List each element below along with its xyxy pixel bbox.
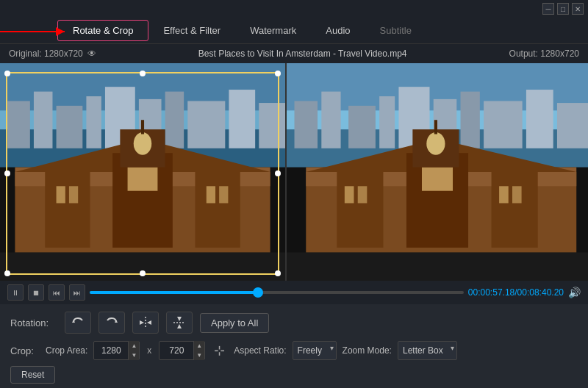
svg-rect-39 bbox=[461, 92, 480, 148]
current-time: 00:00:57.18 bbox=[468, 287, 514, 298]
svg-rect-35 bbox=[348, 106, 376, 148]
zoom-mode-dropdown[interactable]: Letter Box bbox=[398, 341, 457, 360]
video-info-bar: Original: 1280x720 👁 Best Places to Visi… bbox=[0, 44, 588, 63]
timeline-thumb[interactable] bbox=[253, 287, 263, 298]
svg-rect-57 bbox=[287, 252, 588, 281]
svg-rect-11 bbox=[165, 92, 184, 148]
tab-bar: Rotate & Crop Effect & Filter Watermark … bbox=[0, 18, 588, 44]
right-video-preview bbox=[287, 63, 588, 281]
svg-rect-34 bbox=[321, 92, 340, 148]
rotate-left-icon bbox=[71, 315, 85, 330]
output-resolution: Output: 1280x720 bbox=[509, 48, 579, 59]
timeline-track[interactable] bbox=[90, 291, 464, 294]
svg-rect-8 bbox=[86, 96, 101, 148]
crop-height-down[interactable]: ▼ bbox=[193, 351, 204, 360]
timeline-progress bbox=[90, 291, 258, 294]
crop-width-down[interactable]: ▼ bbox=[128, 351, 139, 360]
original-resolution: Original: 1280x720 bbox=[9, 48, 83, 59]
maximize-button[interactable]: □ bbox=[557, 3, 569, 15]
next-frame-button[interactable]: ⏭ bbox=[69, 284, 85, 301]
rotate-right-icon bbox=[104, 315, 119, 330]
right-video-panel bbox=[287, 63, 588, 281]
svg-rect-36 bbox=[379, 96, 395, 148]
svg-rect-56 bbox=[434, 120, 437, 134]
flip-horizontal-button[interactable] bbox=[132, 312, 159, 334]
svg-marker-61 bbox=[140, 320, 144, 325]
timeline-bar: ⏸ ⏹ ⏮ ⏭ 00:00:57.18/00:08:40.20 🔊 bbox=[0, 281, 588, 304]
flip-vertical-button[interactable] bbox=[166, 312, 193, 334]
rotation-row: Rotation: bbox=[10, 312, 578, 334]
video-section bbox=[0, 63, 588, 281]
preview-eye-icon[interactable]: 👁 bbox=[87, 48, 96, 59]
svg-rect-29 bbox=[0, 252, 285, 281]
flip-v-icon bbox=[172, 315, 187, 330]
stop-button[interactable]: ⏹ bbox=[28, 284, 44, 301]
crop-row: Crop: Crop Area: ▲ ▼ x ▲ ▼ ⊹ Aspect Rati… bbox=[10, 341, 578, 360]
flip-h-icon bbox=[138, 315, 153, 330]
prev-frame-button[interactable]: ⏮ bbox=[49, 284, 65, 301]
crop-height-input[interactable] bbox=[159, 345, 193, 356]
svg-rect-25 bbox=[219, 186, 228, 203]
svg-rect-40 bbox=[484, 101, 523, 148]
svg-rect-18 bbox=[45, 172, 90, 248]
svg-rect-21 bbox=[57, 186, 65, 203]
aspect-ratio-dropdown-wrap: Freely bbox=[293, 341, 337, 360]
svg-rect-23 bbox=[128, 168, 158, 191]
crop-width-input-wrap: ▲ ▼ bbox=[93, 341, 140, 360]
svg-rect-46 bbox=[337, 172, 383, 248]
annotation-arrow bbox=[0, 24, 72, 40]
crop-height-input-wrap: ▲ ▼ bbox=[159, 341, 205, 360]
tab-effect-filter[interactable]: Effect & Filter bbox=[148, 21, 235, 40]
crop-area-label: Crop Area: bbox=[46, 345, 87, 356]
svg-rect-5 bbox=[7, 101, 30, 148]
svg-rect-53 bbox=[512, 186, 522, 203]
svg-rect-20 bbox=[195, 172, 240, 248]
crop-label: Crop: bbox=[10, 345, 40, 356]
minimize-button[interactable]: ─ bbox=[542, 3, 554, 15]
crop-width-up[interactable]: ▲ bbox=[128, 341, 139, 351]
svg-rect-7 bbox=[57, 106, 83, 148]
svg-rect-41 bbox=[526, 90, 553, 148]
time-display: 00:00:57.18/00:08:40.20 bbox=[468, 287, 564, 298]
reset-button[interactable]: Reset bbox=[10, 366, 55, 384]
rotate-left-button[interactable] bbox=[65, 312, 91, 334]
svg-point-27 bbox=[134, 132, 152, 155]
svg-rect-14 bbox=[259, 103, 285, 148]
dimension-separator: x bbox=[147, 345, 151, 356]
crop-width-input[interactable] bbox=[94, 345, 128, 356]
svg-rect-33 bbox=[295, 101, 318, 148]
svg-rect-49 bbox=[345, 186, 354, 203]
svg-point-55 bbox=[426, 132, 445, 155]
svg-rect-12 bbox=[187, 101, 225, 148]
apply-to-all-button[interactable]: Apply to All bbox=[200, 313, 269, 333]
video-filename: Best Places to Visit In Amsterdam - Trav… bbox=[96, 48, 509, 59]
svg-rect-51 bbox=[422, 168, 453, 191]
svg-rect-28 bbox=[141, 120, 144, 134]
svg-rect-6 bbox=[34, 92, 53, 148]
crop-width-spinners: ▲ ▼ bbox=[128, 341, 139, 360]
tab-audio[interactable]: Audio bbox=[311, 21, 365, 40]
zoom-mode-label: Zoom Mode: bbox=[343, 345, 392, 356]
svg-rect-52 bbox=[499, 186, 509, 203]
left-video-preview bbox=[0, 63, 285, 281]
crop-height-spinners: ▲ ▼ bbox=[193, 341, 204, 360]
left-video-panel bbox=[0, 63, 287, 281]
close-button[interactable]: ✕ bbox=[572, 3, 584, 15]
tab-subtitle[interactable]: Subtitle bbox=[365, 21, 426, 40]
controls-section: Rotation: bbox=[0, 304, 588, 388]
rotation-label: Rotation: bbox=[10, 317, 57, 328]
aspect-ratio-dropdown[interactable]: Freely bbox=[293, 341, 337, 360]
volume-icon[interactable]: 🔊 bbox=[568, 287, 581, 298]
rotate-right-button[interactable] bbox=[98, 312, 125, 334]
crop-height-up[interactable]: ▲ bbox=[193, 341, 204, 351]
svg-rect-13 bbox=[229, 90, 255, 148]
right-video-scene bbox=[287, 63, 588, 281]
svg-rect-48 bbox=[492, 172, 538, 248]
tab-watermark[interactable]: Watermark bbox=[235, 21, 311, 40]
pause-button[interactable]: ⏸ bbox=[7, 284, 24, 301]
total-time: 00:08:40.20 bbox=[517, 287, 564, 298]
move-icon: ⊹ bbox=[214, 342, 225, 359]
svg-marker-62 bbox=[147, 320, 151, 325]
svg-rect-50 bbox=[358, 186, 368, 203]
svg-rect-42 bbox=[557, 103, 588, 148]
